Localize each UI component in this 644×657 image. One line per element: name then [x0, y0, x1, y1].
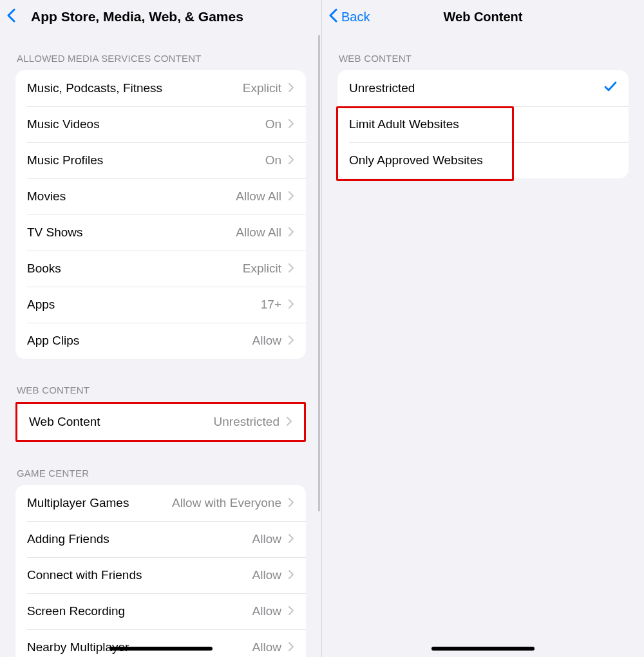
option-label: Unrestricted [349, 81, 604, 95]
group-game-center: Multiplayer Games Allow with Everyone Ad… [15, 485, 306, 657]
group-web-content: Web Content Unrestricted [15, 402, 306, 442]
row-label: Music Videos [27, 117, 265, 131]
row-value: Allow with Everyone [172, 496, 281, 510]
row-label: Music, Podcasts, Fitness [27, 81, 243, 95]
group-allowed-media: Music, Podcasts, Fitness Explicit Music … [15, 70, 306, 359]
row-label: Movies [27, 189, 236, 204]
option-limit-adult-websites[interactable]: Limit Adult Websites [337, 106, 629, 142]
row-connect-with-friends[interactable]: Connect with Friends Allow [15, 557, 306, 593]
checkmark-icon [604, 80, 617, 97]
row-tv-shows[interactable]: TV Shows Allow All [15, 214, 306, 251]
chevron-right-icon [288, 604, 294, 618]
option-only-approved-websites[interactable]: Only Approved Websites [337, 142, 629, 178]
back-chevron-icon[interactable] [6, 6, 15, 27]
nav-bar-right: Back Web Content [322, 0, 644, 33]
back-chevron-icon[interactable] [328, 6, 337, 27]
row-value: Explicit [243, 262, 281, 276]
row-label: Books [27, 262, 243, 276]
chevron-right-icon [288, 532, 294, 546]
row-books[interactable]: Books Explicit [15, 251, 306, 287]
row-value: Explicit [243, 81, 281, 95]
chevron-right-icon [288, 640, 294, 654]
back-button[interactable]: Back [341, 10, 370, 24]
row-app-clips[interactable]: App Clips Allow [15, 323, 306, 359]
section-header-web-content-right: WEB CONTENT [339, 53, 629, 64]
scroll-indicator [318, 35, 320, 511]
row-value: Allow [252, 532, 281, 546]
chevron-right-icon [288, 117, 294, 131]
row-multiplayer-games[interactable]: Multiplayer Games Allow with Everyone [15, 485, 306, 521]
section-header-game-center: GAME CENTER [17, 468, 306, 479]
chevron-right-icon [288, 81, 294, 95]
chevron-right-icon [288, 496, 294, 510]
row-music-videos[interactable]: Music Videos On [15, 106, 306, 142]
option-unrestricted[interactable]: Unrestricted [337, 70, 629, 106]
row-label: TV Shows [27, 225, 236, 240]
home-indicator [431, 647, 535, 651]
row-music-podcasts-fitness[interactable]: Music, Podcasts, Fitness Explicit [15, 70, 306, 106]
section-header-allowed-media: ALLOWED MEDIA SERVICES CONTENT [17, 53, 306, 64]
row-web-content[interactable]: Web Content Unrestricted [17, 404, 304, 440]
page-title-right: Web Content [322, 10, 644, 24]
row-value: Allow [252, 604, 281, 618]
left-pane: App Store, Media, Web, & Games ALLOWED M… [0, 0, 322, 657]
chevron-right-icon [288, 298, 294, 312]
option-label: Limit Adult Websites [349, 117, 617, 131]
chevron-right-icon [286, 415, 292, 429]
chevron-right-icon [288, 262, 294, 276]
row-label: Web Content [29, 415, 214, 429]
row-value: Allow [252, 334, 281, 348]
chevron-right-icon [288, 225, 294, 240]
row-value: Allow All [236, 189, 281, 204]
right-pane: Back Web Content WEB CONTENT Unrestricte… [322, 0, 644, 657]
content-right: WEB CONTENT Unrestricted Limit Adult Web… [322, 53, 644, 204]
section-header-web-content: WEB CONTENT [17, 385, 306, 395]
option-label: Only Approved Websites [349, 153, 617, 167]
row-label: App Clips [27, 334, 252, 348]
row-adding-friends[interactable]: Adding Friends Allow [15, 521, 306, 557]
row-label: Screen Recording [27, 604, 252, 618]
row-value: Unrestricted [214, 415, 279, 429]
row-label: Music Profiles [27, 153, 265, 167]
row-movies[interactable]: Movies Allow All [15, 178, 306, 214]
chevron-right-icon [288, 568, 294, 582]
chevron-right-icon [288, 189, 294, 204]
row-label: Connect with Friends [27, 568, 252, 582]
page-title-left: App Store, Media, Web, & Games [31, 9, 321, 24]
chevron-right-icon [288, 334, 294, 348]
chevron-right-icon [288, 153, 294, 167]
row-value: Allow [252, 640, 281, 654]
row-apps[interactable]: Apps 17+ [15, 287, 306, 323]
row-value: Allow All [236, 225, 281, 240]
group-web-content-options: Unrestricted Limit Adult Websites Only A… [337, 70, 629, 178]
row-value: Allow [252, 568, 281, 582]
row-music-profiles[interactable]: Music Profiles On [15, 142, 306, 178]
row-value: On [265, 117, 281, 131]
row-label: Adding Friends [27, 532, 252, 546]
row-label: Apps [27, 298, 261, 312]
row-value: 17+ [261, 298, 281, 312]
row-value: On [265, 153, 281, 167]
content-left: ALLOWED MEDIA SERVICES CONTENT Music, Po… [0, 53, 321, 657]
row-nearby-multiplayer[interactable]: Nearby Multiplayer Allow [15, 629, 306, 657]
home-indicator [109, 647, 213, 651]
row-screen-recording[interactable]: Screen Recording Allow [15, 593, 306, 629]
row-label: Multiplayer Games [27, 496, 172, 510]
nav-bar-left: App Store, Media, Web, & Games [0, 0, 321, 33]
